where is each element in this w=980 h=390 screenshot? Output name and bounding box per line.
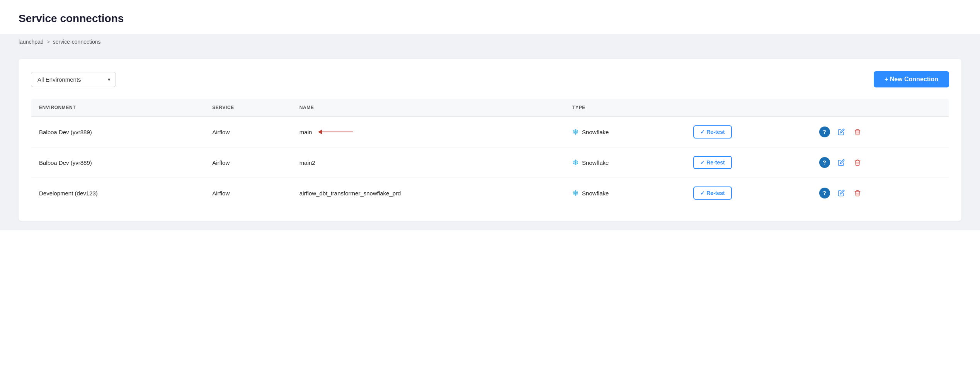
cell-name: main2 bbox=[292, 147, 565, 178]
connection-name-label: main bbox=[299, 129, 312, 135]
breadcrumb-parent[interactable]: launchpad bbox=[19, 39, 44, 45]
cell-service: Airflow bbox=[204, 117, 292, 147]
table-header-row: ENVIRONMENT SERVICE NAME TYPE bbox=[31, 99, 949, 117]
col-header-environment: ENVIRONMENT bbox=[31, 99, 205, 117]
cell-environment: Development (dev123) bbox=[31, 178, 205, 209]
type-label: Snowflake bbox=[582, 190, 609, 197]
arrow-shaft bbox=[322, 132, 353, 132]
delete-button[interactable] bbox=[852, 157, 863, 168]
toolbar: All Environments Balboa Dev (yvr889) Dev… bbox=[31, 71, 949, 87]
cell-type: ❄ Snowflake bbox=[565, 147, 686, 178]
col-header-actions bbox=[686, 99, 811, 117]
cell-type: ❄ Snowflake bbox=[565, 117, 686, 147]
cell-row-actions: ? bbox=[812, 117, 949, 147]
cell-service: Airflow bbox=[204, 178, 292, 209]
env-select[interactable]: All Environments Balboa Dev (yvr889) Dev… bbox=[31, 72, 116, 87]
col-header-name: NAME bbox=[292, 99, 565, 117]
breadcrumb-current: service-connections bbox=[53, 39, 101, 45]
cell-type: ❄ Snowflake bbox=[565, 178, 686, 209]
snowflake-icon: ❄ bbox=[572, 127, 579, 137]
help-button[interactable]: ? bbox=[819, 127, 830, 137]
help-button[interactable]: ? bbox=[819, 188, 830, 198]
col-header-type: TYPE bbox=[565, 99, 686, 117]
table-row: Development (dev123) Airflow airflow_dbt… bbox=[31, 178, 949, 209]
edit-button[interactable] bbox=[836, 188, 846, 198]
breadcrumb-separator: > bbox=[47, 39, 50, 45]
snowflake-icon: ❄ bbox=[572, 188, 579, 198]
new-connection-button[interactable]: + New Connection bbox=[874, 71, 949, 87]
retest-button[interactable]: ✓ Re-test bbox=[693, 156, 732, 169]
cell-row-actions: ? bbox=[812, 178, 949, 209]
delete-button[interactable] bbox=[852, 127, 863, 137]
type-label: Snowflake bbox=[582, 159, 609, 166]
arrow-head-icon bbox=[318, 130, 322, 134]
retest-button[interactable]: ✓ Re-test bbox=[693, 125, 732, 139]
cell-environment: Balboa Dev (yvr889) bbox=[31, 117, 205, 147]
delete-button[interactable] bbox=[852, 188, 863, 198]
cell-retest[interactable]: ✓ Re-test bbox=[686, 147, 811, 178]
page-title: Service connections bbox=[19, 12, 961, 25]
snowflake-icon: ❄ bbox=[572, 158, 579, 167]
arrow-annotation bbox=[318, 130, 353, 134]
breadcrumb: launchpad > service-connections bbox=[0, 34, 980, 50]
retest-button[interactable]: ✓ Re-test bbox=[693, 186, 732, 200]
cell-retest[interactable]: ✓ Re-test bbox=[686, 117, 811, 147]
col-header-icons bbox=[812, 99, 949, 117]
cell-name: airflow_dbt_transformer_snowflake_prd bbox=[292, 178, 565, 209]
cell-row-actions: ? bbox=[812, 147, 949, 178]
type-label: Snowflake bbox=[582, 129, 609, 135]
cell-retest[interactable]: ✓ Re-test bbox=[686, 178, 811, 209]
cell-service: Airflow bbox=[204, 147, 292, 178]
connections-table: ENVIRONMENT SERVICE NAME TYPE Balboa Dev… bbox=[31, 98, 949, 209]
env-filter[interactable]: All Environments Balboa Dev (yvr889) Dev… bbox=[31, 72, 116, 87]
edit-button[interactable] bbox=[836, 157, 846, 168]
help-button[interactable]: ? bbox=[819, 157, 830, 168]
table-row: Balboa Dev (yvr889) Airflow main bbox=[31, 117, 949, 147]
col-header-service: SERVICE bbox=[204, 99, 292, 117]
cell-name: main bbox=[292, 117, 565, 147]
table-row: Balboa Dev (yvr889) Airflow main2 ❄ Snow… bbox=[31, 147, 949, 178]
cell-environment: Balboa Dev (yvr889) bbox=[31, 147, 205, 178]
edit-button[interactable] bbox=[836, 127, 846, 137]
